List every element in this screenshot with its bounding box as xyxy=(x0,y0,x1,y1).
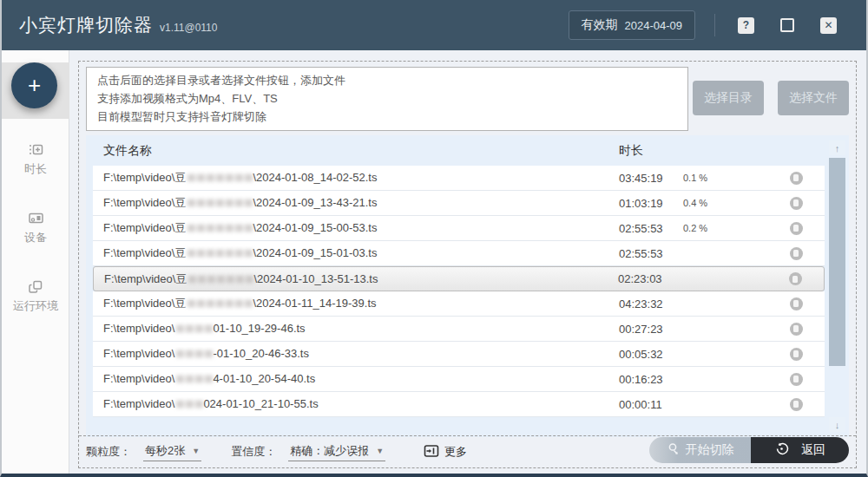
stop-icon[interactable] xyxy=(790,373,803,386)
instructions-box: 点击后面的选择目录或者选择文件按钮，添加文件 支持添加视频格式为Mp4、FLV、… xyxy=(86,67,688,131)
censored-text: 〓〓〓〓〓〓〓 xyxy=(186,222,253,234)
chevron-down-icon: ▼ xyxy=(376,447,384,455)
table-row[interactable]: F:\temp\video\〓〓〓〓4-01-10_20-54-40.ts00:… xyxy=(93,367,825,392)
sidebar-item-runtime[interactable]: 运行环境 xyxy=(2,268,69,324)
maximize-icon[interactable] xyxy=(780,18,794,32)
sidebar-item-label: 运行环境 xyxy=(13,298,58,314)
file-name: F:\temp\video\〓〓〓〓4-01-10_20-54-40.ts xyxy=(93,372,607,387)
table-row[interactable]: F:\temp\video\豆〓〓〓〓〓〓〓\2024-01-08_14-02-… xyxy=(93,166,825,191)
footer-bar: 颗粒度： 每秒2张 ▼ 置信度： 精确：减少误报 ▼ 更多 xyxy=(79,435,856,467)
stop-icon[interactable] xyxy=(790,398,803,411)
stop-icon[interactable] xyxy=(790,222,803,235)
start-cut-label: 开始切除 xyxy=(686,442,734,458)
confidence-dropdown[interactable]: 精确：减少误报 ▼ xyxy=(288,443,385,461)
file-duration: 00:00:11 xyxy=(607,398,676,411)
file-name: F:\temp\video\〓〓〓〓-01-10_20-46-33.ts xyxy=(93,347,607,362)
instruction-line: 点击后面的选择目录或者选择文件按钮，添加文件 xyxy=(97,73,677,88)
more-button[interactable]: 更多 xyxy=(424,444,467,461)
file-duration: 03:45:19 xyxy=(607,172,676,185)
scroll-down-icon[interactable]: ↓ xyxy=(829,417,845,432)
confidence-label: 置信度： xyxy=(231,444,276,460)
table-row[interactable]: F:\temp\video\豆〓〓〓〓〓〓〓\2024-01-11_14-19-… xyxy=(93,291,825,317)
sidebar: + 任务 时长 设备 运行环境 xyxy=(2,50,69,474)
select-directory-button[interactable]: 选择目录 xyxy=(693,81,764,115)
file-name: F:\temp\video\豆〓〓〓〓〓〓〓\2024-01-09_15-00-… xyxy=(93,220,607,236)
more-panel-icon xyxy=(424,444,439,461)
window-controls: ? ✕ xyxy=(738,17,837,34)
column-header-duration: 时长 xyxy=(607,143,676,159)
stop-icon[interactable] xyxy=(790,323,803,336)
title-bar: 小宾灯牌切除器 v1.11@0110 有效期 2024-04-09 ? ✕ xyxy=(2,0,866,50)
validity-badge: 有效期 2024-04-09 xyxy=(569,10,696,40)
censored-text: 〓〓〓〓 xyxy=(174,348,213,360)
close-icon[interactable]: ✕ xyxy=(820,17,837,34)
table-header: 文件名称 时长 xyxy=(93,135,825,166)
cut-icon xyxy=(667,442,681,459)
help-icon[interactable]: ? xyxy=(738,17,754,34)
sidebar-item-duration[interactable]: 时长 xyxy=(2,131,69,187)
censored-text: 〓〓〓〓〓〓〓 xyxy=(186,297,253,310)
stop-icon[interactable] xyxy=(789,272,802,285)
start-cut-button[interactable]: 开始切除 xyxy=(649,437,751,463)
instruction-line: 目前模型暂时只支持抖音灯牌切除 xyxy=(97,109,677,125)
table-row[interactable]: F:\temp\video\〓〓〓024-01-10_21-10-55.ts00… xyxy=(93,392,825,417)
table-row[interactable]: F:\temp\video\豆〓〓〓〓〓〓〓\2024-01-09_15-01-… xyxy=(93,241,825,266)
file-name: F:\temp\video\豆〓〓〓〓〓〓〓\2024-01-09_13-43-… xyxy=(93,195,607,211)
censored-text: 〓〓〓〓〓〓〓 xyxy=(186,172,253,184)
sidebar-item-devices[interactable]: 设备 xyxy=(2,199,69,256)
file-percent: 0.2 % xyxy=(676,223,767,233)
stop-icon[interactable] xyxy=(790,297,803,310)
select-file-button[interactable]: 选择文件 xyxy=(778,81,849,115)
scrollbar[interactable]: ↑ ↓ xyxy=(829,140,845,432)
header-divider xyxy=(714,14,715,36)
table-body: F:\temp\video\豆〓〓〓〓〓〓〓\2024-01-08_14-02-… xyxy=(93,166,825,417)
granularity-dropdown[interactable]: 每秒2张 ▼ xyxy=(143,443,201,461)
main-panel: 点击后面的选择目录或者选择文件按钮，添加文件 支持添加视频格式为Mp4、FLV、… xyxy=(78,61,857,468)
file-name: F:\temp\video\豆〓〓〓〓〓〓〓\2024-01-10_13-51-… xyxy=(94,271,606,287)
sidebar-item-label: 时长 xyxy=(24,161,47,177)
file-name: F:\temp\video\〓〓〓〓01-10_19-29-46.ts xyxy=(93,322,607,337)
file-duration: 02:23:03 xyxy=(606,272,675,285)
more-label: 更多 xyxy=(444,444,467,460)
back-button[interactable]: 返回 xyxy=(751,437,849,463)
file-duration: 00:27:23 xyxy=(607,323,676,336)
instruction-line: 支持添加视频格式为Mp4、FLV、TS xyxy=(97,91,677,107)
table-row[interactable]: F:\temp\video\〓〓〓〓01-10_19-29-46.ts00:27… xyxy=(93,317,825,342)
stop-icon[interactable] xyxy=(790,197,803,210)
censored-text: 〓〓〓〓〓〓〓 xyxy=(187,273,253,285)
file-name: F:\temp\video\〓〓〓024-01-10_21-10-55.ts xyxy=(93,397,607,412)
file-percent: 0.1 % xyxy=(676,173,767,183)
duration-icon xyxy=(28,142,43,157)
table-row[interactable]: F:\temp\video\豆〓〓〓〓〓〓〓\2024-01-09_15-00-… xyxy=(93,216,825,241)
action-pill: 开始切除 返回 xyxy=(649,437,849,463)
file-name: F:\temp\video\豆〓〓〓〓〓〓〓\2024-01-08_14-02-… xyxy=(93,170,607,186)
table-row[interactable]: F:\temp\video\〓〓〓〓-01-10_20-46-33.ts00:0… xyxy=(93,342,825,367)
validity-label: 有效期 xyxy=(582,17,618,33)
add-task-button[interactable]: + xyxy=(11,62,57,108)
stop-icon[interactable] xyxy=(790,348,803,361)
table-row[interactable]: F:\temp\video\豆〓〓〓〓〓〓〓\2024-01-10_13-51-… xyxy=(93,266,825,291)
censored-text: 〓〓〓〓 xyxy=(174,323,213,335)
file-table: 文件名称 时长 F:\temp\video\豆〓〓〓〓〓〓〓\2024-01-0… xyxy=(86,135,849,437)
file-percent: 0.4 % xyxy=(676,198,767,208)
granularity-value: 每秒2张 xyxy=(145,443,185,459)
table-row[interactable]: F:\temp\video\豆〓〓〓〓〓〓〓\2024-01-09_13-43-… xyxy=(93,191,825,216)
history-back-icon xyxy=(774,441,789,459)
confidence-value: 精确：减少误报 xyxy=(290,443,369,459)
censored-text: 〓〓〓〓〓〓〓 xyxy=(186,197,253,209)
scroll-thumb[interactable] xyxy=(829,158,845,366)
file-duration: 02:55:53 xyxy=(607,247,676,260)
file-name: F:\temp\video\豆〓〓〓〓〓〓〓\2024-01-11_14-19-… xyxy=(93,296,607,311)
file-name: F:\temp\video\豆〓〓〓〓〓〓〓\2024-01-09_15-01-… xyxy=(93,245,607,261)
censored-text: 〓〓〓〓 xyxy=(174,373,213,385)
stop-icon[interactable] xyxy=(790,247,803,260)
sidebar-item-label: 设备 xyxy=(24,230,47,245)
file-duration: 00:05:32 xyxy=(607,348,676,361)
file-duration: 02:55:53 xyxy=(607,222,676,235)
app-version: v1.11@0110 xyxy=(160,22,217,34)
file-duration: 01:03:19 xyxy=(607,197,676,210)
stop-icon[interactable] xyxy=(790,172,803,185)
censored-text: 〓〓〓〓〓〓〓 xyxy=(186,247,253,259)
validity-date: 2024-04-09 xyxy=(625,19,683,32)
scroll-up-icon[interactable]: ↑ xyxy=(829,140,845,155)
